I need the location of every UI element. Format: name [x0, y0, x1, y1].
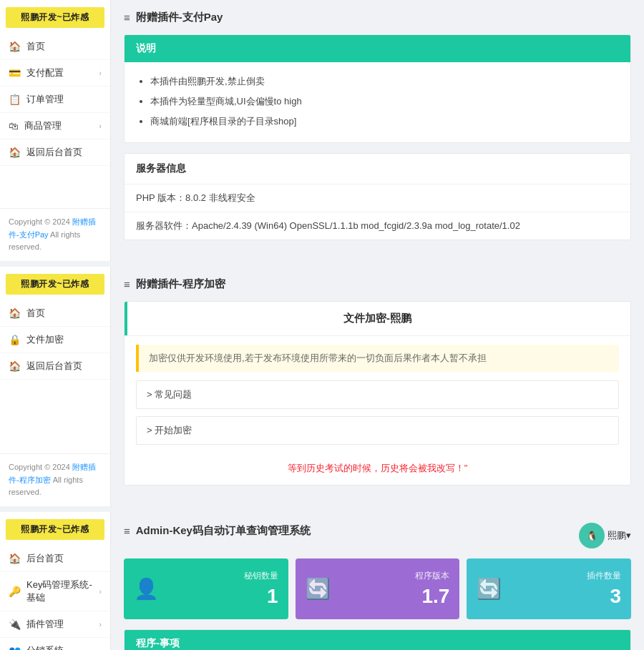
sidebar2-item-home[interactable]: 🏠 首页 [0, 300, 110, 327]
stat-plugin-value: 3 [610, 585, 621, 608]
user-stat-icon: 👤 [134, 577, 159, 601]
sidebar3-plugin-label: 插件管理 [26, 618, 64, 631]
full-layout: 熙鹏开发~已炸感 🏠 首页 💳 支付配置 › [0, 0, 644, 650]
sidebar2-logo: 熙鹏开发~已炸感 [6, 274, 104, 295]
sidebar1-goods-label: 商品管理 [24, 119, 62, 132]
plugin-icon: 🔌 [9, 619, 21, 630]
distribute-icon: 👥 [9, 645, 21, 650]
stat-version-value: 1.7 [421, 585, 449, 608]
sidebar-2: 熙鹏开发~已炸感 🏠 首页 🔒 文件加密 🏠 [0, 267, 111, 506]
sidebar1-item-home[interactable]: 🏠 首页 [0, 34, 110, 60]
sidebar2-home-label: 首页 [26, 307, 45, 320]
sidebar3-logo: 熙鹏开发~已炸感 [6, 519, 104, 540]
program-box-header: 程序-事项 [125, 630, 630, 650]
sidebar1-copyright: Copyright © 2024 附赠插件-支付Pay All rights r… [0, 208, 110, 261]
chevron-right-icon3: › [99, 587, 102, 596]
sidebar1-pay-label: 支付配置 [26, 67, 64, 79]
info-body-1: 本插件由熙鹏开发,禁止倒卖 本插件为轻量型商城,UI会偏慢to high 商城前… [125, 62, 630, 142]
sidebar3-item-home[interactable]: 🏠 后台首页 [0, 546, 110, 572]
back-icon2: 🏠 [9, 360, 21, 372]
stat-key-info: 秘钥数量 1 [169, 570, 278, 608]
start-header[interactable]: > 开始加密 [137, 417, 618, 444]
panel2-row: 熙鹏开发~已炸感 🏠 首页 🔒 文件加密 🏠 [0, 267, 644, 506]
stat-card-plugin: 🔄 插件数量 3 [467, 558, 631, 619]
main-content-1: ≡ 附赠插件-支付Pay 说明 本插件由熙鹏开发,禁止倒卖 本插件为轻量型商城,… [111, 0, 644, 261]
admin-header-row: ≡ Admin-Key码自动订单查询管理系统 🐧 熙鹏▾ [124, 523, 631, 548]
sidebar3-distribute-label: 分销系统 [26, 644, 64, 650]
section3-title: ≡ Admin-Key码自动订单查询管理系统 [124, 524, 311, 538]
server-info-header: 服务器信息 [125, 154, 630, 184]
avatar: 🐧 [579, 523, 605, 548]
sidebar1-logo: 熙鹏开发~已炸感 [6, 7, 104, 28]
sidebar3-item-key[interactable]: 🔑 Key码管理系统-基础 › [0, 572, 110, 611]
sidebar1-item-pay[interactable]: 💳 支付配置 › [0, 60, 110, 87]
pay-icon: 💳 [9, 67, 21, 79]
info-list-1: 本插件由熙鹏开发,禁止倒卖 本插件为轻量型商城,UI会偏慢to high 商城前… [136, 72, 619, 131]
program-box: 程序-事项 熙鹏开发-禁止倒卖 [124, 629, 631, 650]
main-content-2: ≡ 附赠插件-程序加密 文件加密-熙鹏 加密仅供开发环境使用,若于发布环境使用所… [111, 267, 644, 506]
info-item-3: 商城前端[程序根目录的子目录shop] [150, 112, 619, 131]
home-icon2: 🏠 [9, 307, 21, 319]
sidebar1-item-order[interactable]: 📋 订单管理 [0, 87, 110, 113]
info-item-1: 本插件由熙鹏开发,禁止倒卖 [150, 72, 619, 91]
encrypt-warning: 加密仅供开发环境使用,若于发布环境使用所带来的一切负面后果作者本人暂不承担 [136, 345, 619, 372]
stat-version-label: 程序版本 [415, 570, 449, 582]
sidebar2-copyright: Copyright © 2024 附赠插件-程序加密 All rights re… [0, 453, 110, 506]
stat-plugin-info: 插件数量 3 [512, 570, 621, 608]
chevron-right-icon2: › [99, 122, 102, 130]
home-icon3: 🏠 [9, 553, 21, 564]
panel3-row: 熙鹏开发~已炸感 🏠 后台首页 🔑 Key码管理系统-基础 › [0, 512, 644, 650]
stat-plugin-label: 插件数量 [587, 570, 621, 582]
goods-icon: 🛍 [9, 120, 19, 132]
encrypt-title: 文件加密-熙鹏 [125, 302, 630, 336]
sidebar2-encrypt-label: 文件加密 [26, 333, 64, 346]
encrypt-box: 文件加密-熙鹏 加密仅供开发环境使用,若于发布环境使用所带来的一切负面后果作者本… [124, 301, 631, 486]
sidebar3-menu: 🏠 后台首页 🔑 Key码管理系统-基础 › 🔌 插件管理 › [0, 546, 110, 650]
sidebar2-item-back[interactable]: 🏠 返回后台首页 [0, 353, 110, 380]
sidebar1-order-label: 订单管理 [26, 93, 64, 106]
chevron-right-icon4: › [99, 620, 102, 629]
hamburger-icon3: ≡ [124, 525, 130, 537]
back-icon: 🏠 [9, 147, 21, 158]
sidebar1-home-label: 首页 [26, 40, 45, 53]
panel1-row: 熙鹏开发~已炸感 🏠 首页 💳 支付配置 › [0, 0, 644, 261]
server-software-row: 服务器软件：Apache/2.4.39 (Win64) OpenSSL/1.1.… [125, 212, 630, 240]
order-icon: 📋 [9, 94, 21, 105]
spacer2 [0, 506, 644, 512]
key-icon: 🔑 [9, 586, 21, 597]
info-item-2: 本插件为轻量型商城,UI会偏慢to high [150, 92, 619, 111]
sidebar-3: 熙鹏开发~已炸感 🏠 后台首页 🔑 Key码管理系统-基础 › [0, 512, 111, 650]
section2-title: ≡ 附赠插件-程序加密 [124, 277, 631, 291]
plugin-stat-icon: 🔄 [477, 577, 502, 601]
lock-icon: 🔒 [9, 334, 21, 345]
sidebar1-menu: 🏠 首页 💳 支付配置 › 📋 订单管理 [0, 34, 110, 208]
version-stat-icon: 🔄 [306, 577, 331, 601]
home-icon: 🏠 [9, 41, 21, 52]
faq-collapsible[interactable]: > 常见问题 [136, 380, 619, 409]
stat-key-value: 1 [267, 585, 278, 608]
sidebar3-item-distribute[interactable]: 👥 分销系统 [0, 638, 110, 650]
stat-card-key: 👤 秘钥数量 1 [124, 558, 288, 619]
sidebar2-item-encrypt[interactable]: 🔒 文件加密 [0, 327, 110, 353]
sidebar2-menu: 🏠 首页 🔒 文件加密 🏠 返回后台首页 [0, 300, 110, 453]
sidebar2-back-label: 返回后台首页 [26, 360, 82, 373]
sidebar3-item-plugin[interactable]: 🔌 插件管理 › [0, 611, 110, 638]
spacer1 [0, 261, 644, 267]
stat-card-version: 🔄 程序版本 1.7 [296, 558, 460, 619]
server-info-box: 服务器信息 PHP 版本：8.0.2 非线程安全 服务器软件：Apache/2.… [124, 153, 631, 240]
sidebar1-item-back[interactable]: 🏠 返回后台首页 [0, 139, 110, 166]
stat-version-info: 程序版本 1.7 [341, 570, 450, 608]
sidebar3-home-label: 后台首页 [26, 552, 64, 565]
info-box-1: 说明 本插件由熙鹏开发,禁止倒卖 本插件为轻量型商城,UI会偏慢to high … [124, 34, 631, 143]
encrypt-quote: 等到历史考试的时候，历史将会被我改写！" [125, 452, 630, 485]
section1-title: ≡ 附赠插件-支付Pay [124, 11, 631, 24]
start-collapsible[interactable]: > 开始加密 [136, 416, 619, 445]
admin-user-dropdown[interactable]: 🐧 熙鹏▾ [579, 523, 631, 548]
main-content-3: ≡ Admin-Key码自动订单查询管理系统 🐧 熙鹏▾ 👤 秘钥数量 1 [111, 512, 644, 650]
sidebar3-key-label: Key码管理系统-基础 [26, 578, 99, 604]
sidebar-1: 熙鹏开发~已炸感 🏠 首页 💳 支付配置 › [0, 0, 111, 261]
sidebar1-item-goods[interactable]: 🛍 商品管理 › [0, 113, 110, 139]
hamburger-icon2: ≡ [124, 278, 130, 290]
info-header-1: 说明 [125, 35, 630, 62]
faq-header[interactable]: > 常见问题 [137, 381, 618, 408]
